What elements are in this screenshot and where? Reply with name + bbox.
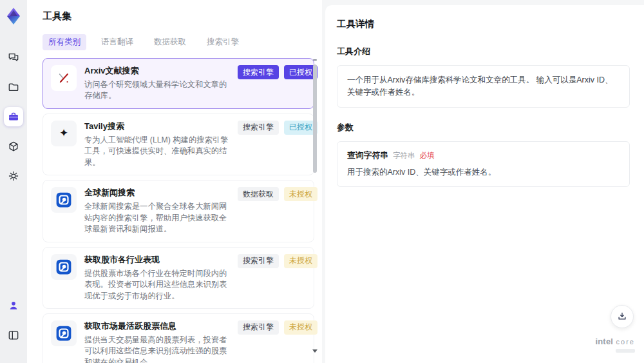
tab-all-categories[interactable]: 所有类别 bbox=[43, 34, 86, 50]
tavily-icon: ✦ bbox=[51, 121, 77, 146]
tool-list: Arxiv文献搜索 访问各个研究领域大量科学论文和文章的存储库。 搜索引擎 已授… bbox=[43, 58, 314, 363]
core-logo-text: core bbox=[616, 338, 635, 346]
tool-text: 全球新闻搜索 全球新闻搜索是一个聚合全球各大新闻网站内容的搜索引擎，帮助用户快速… bbox=[84, 187, 230, 235]
tool-description: 全球新闻搜索是一个聚合全球各大新闻网站内容的搜索引擎，帮助用户快速获取全球最新资… bbox=[84, 201, 230, 235]
param-box: 查询字符串 字符串 必填 用于搜索的Arxiv ID、关键字或作者姓名。 bbox=[337, 141, 630, 187]
tab-1[interactable]: 语言翻译 bbox=[95, 34, 139, 50]
gear-icon bbox=[7, 170, 20, 182]
category-tabs: 所有类别语言翻译数据获取搜索引擎 bbox=[43, 34, 322, 50]
param-type: 字符串 bbox=[393, 151, 415, 161]
user-icon bbox=[7, 299, 20, 312]
tool-text: Arxiv文献搜索 访问各个研究领域大量科学论文和文章的存储库。 bbox=[84, 65, 230, 102]
params-heading: 参数 bbox=[337, 122, 630, 133]
sidebar-item-settings[interactable] bbox=[4, 166, 23, 186]
tool-text: 获取股市各行业表现 提供股票市场各个行业在特定时间段内的表现。投资者可以利用这些… bbox=[84, 254, 230, 302]
arxiv-icon bbox=[51, 65, 77, 91]
tool-name: 获取市场最活跃股票信息 bbox=[84, 320, 230, 332]
panel-toggle-icon bbox=[7, 329, 20, 342]
app-logo-icon bbox=[4, 6, 23, 26]
list-scrollbar[interactable] bbox=[312, 55, 318, 360]
chat-icon bbox=[7, 51, 20, 64]
tool-name: 全球新闻搜索 bbox=[84, 187, 230, 199]
sidebar bbox=[0, 0, 27, 363]
tool-name: 获取股市各行业表现 bbox=[84, 254, 230, 266]
news-blue-icon bbox=[51, 320, 77, 346]
tool-badges: 搜索引擎 未授权 bbox=[238, 320, 317, 363]
tab-2[interactable]: 数据获取 bbox=[148, 34, 192, 50]
sidebar-item-chat[interactable] bbox=[4, 48, 23, 67]
sidebar-item-panel-toggle[interactable] bbox=[4, 326, 23, 345]
tool-list-item[interactable]: ✦ Tavily搜索 专为人工智能代理 (LLM) 构建的搜索引擎工具，可快速提… bbox=[43, 113, 314, 175]
app-window: 工具集 所有类别语言翻译数据获取搜索引擎 Arxiv文献搜索 访问各个研究领域大… bbox=[0, 0, 644, 363]
param-header: 查询字符串 字符串 必填 bbox=[347, 150, 620, 161]
param-name: 查询字符串 bbox=[347, 150, 388, 161]
tool-description: 专为人工智能代理 (LLM) 构建的搜索引擎工具，可快速提供实时、准确和真实的结… bbox=[84, 135, 230, 168]
intel-logo-text: intel bbox=[595, 337, 613, 346]
tool-name: Tavily搜索 bbox=[84, 121, 230, 132]
tool-text: 获取市场最活跃股票信息 提供当天交易量最高的股票列表，投资者可以利用这些信息来识… bbox=[84, 320, 230, 363]
tool-text: Tavily搜索 专为人工智能代理 (LLM) 构建的搜索引擎工具，可快速提供实… bbox=[84, 121, 230, 168]
folder-icon bbox=[7, 81, 20, 93]
tool-badges: 搜索引擎 未授权 bbox=[238, 254, 317, 302]
scroll-down-icon[interactable] bbox=[312, 349, 317, 353]
tool-list-panel: 工具集 所有类别语言翻译数据获取搜索引擎 Arxiv文献搜索 访问各个研究领域大… bbox=[27, 0, 322, 363]
tool-name: Arxiv文献搜索 bbox=[84, 65, 230, 77]
toolbox-icon bbox=[7, 110, 20, 123]
tool-badges: 数据获取 未授权 bbox=[238, 187, 317, 235]
page-title: 工具集 bbox=[43, 10, 322, 23]
tool-badges: 搜索引擎 已授权 bbox=[238, 121, 317, 168]
download-button[interactable] bbox=[611, 305, 634, 328]
tool-description: 提供当天交易量最高的股票列表，投资者可以利用这些信息来识别流动性强的股票和潜在的… bbox=[84, 335, 230, 363]
tool-list-item[interactable]: Arxiv文献搜索 访问各个研究领域大量科学论文和文章的存储库。 搜索引擎 已授… bbox=[43, 58, 314, 109]
intel-logo-badge bbox=[616, 349, 635, 353]
intel-core-logo: intel core bbox=[595, 335, 635, 353]
intro-heading: 工具介绍 bbox=[337, 46, 630, 57]
param-description: 用于搜索的Arxiv ID、关键字或作者姓名。 bbox=[347, 167, 620, 178]
cube-icon bbox=[7, 140, 20, 153]
sidebar-item-packages[interactable] bbox=[4, 137, 23, 156]
tool-description: 提供股票市场各个行业在特定时间段内的表现。投资者可以利用这些信息来识别表现优于或… bbox=[84, 268, 230, 302]
tool-description: 访问各个研究领域大量科学论文和文章的存储库。 bbox=[84, 79, 230, 102]
download-icon bbox=[616, 311, 628, 322]
category-badge: 搜索引擎 bbox=[238, 65, 279, 79]
sidebar-item-account[interactable] bbox=[4, 296, 23, 315]
news-blue-icon bbox=[51, 187, 77, 213]
intro-text: 一个用于从Arxiv存储库搜索科学论文和文章的工具。 输入可以是Arxiv ID… bbox=[347, 74, 620, 99]
tab-3[interactable]: 搜索引擎 bbox=[201, 34, 245, 50]
category-badge: 搜索引擎 bbox=[238, 121, 279, 135]
scrollbar-thumb[interactable] bbox=[313, 64, 317, 173]
category-badge: 搜索引擎 bbox=[238, 254, 279, 268]
category-badge: 数据获取 bbox=[238, 187, 279, 201]
intro-box: 一个用于从Arxiv存储库搜索科学论文和文章的工具。 输入可以是Arxiv ID… bbox=[337, 65, 630, 108]
sidebar-item-tools[interactable] bbox=[4, 107, 23, 126]
tool-badges: 搜索引擎 已授权 bbox=[238, 65, 317, 102]
detail-title: 工具详情 bbox=[337, 18, 630, 30]
news-blue-icon bbox=[51, 254, 77, 280]
tool-list-item[interactable]: 获取市场最活跃股票信息 提供当天交易量最高的股票列表，投资者可以利用这些信息来识… bbox=[43, 313, 314, 363]
scroll-up-icon[interactable] bbox=[313, 59, 317, 61]
tool-detail-panel: 工具详情 工具介绍 一个用于从Arxiv存储库搜索科学论文和文章的工具。 输入可… bbox=[325, 5, 644, 363]
tool-list-item[interactable]: 全球新闻搜索 全球新闻搜索是一个聚合全球各大新闻网站内容的搜索引擎，帮助用户快速… bbox=[43, 180, 314, 242]
sidebar-item-files[interactable] bbox=[4, 77, 23, 97]
category-badge: 搜索引擎 bbox=[238, 320, 279, 335]
tool-list-item[interactable]: 获取股市各行业表现 提供股票市场各个行业在特定时间段内的表现。投资者可以利用这些… bbox=[43, 247, 314, 309]
param-required-badge: 必填 bbox=[419, 151, 434, 161]
